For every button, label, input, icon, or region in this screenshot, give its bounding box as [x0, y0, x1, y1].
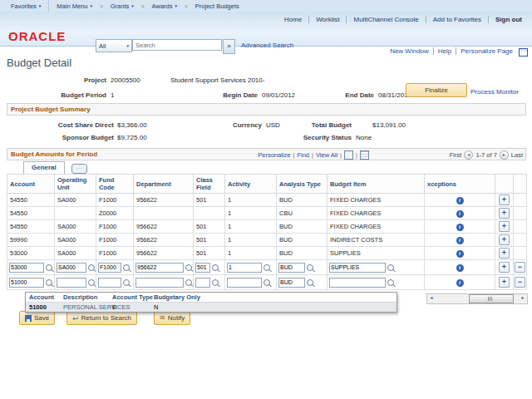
- notify-button[interactable]: ✉ Notify: [154, 311, 190, 325]
- find-link[interactable]: Find: [297, 151, 309, 159]
- finalize-button[interactable]: Finalize: [406, 83, 467, 97]
- delete-row-button[interactable]: −: [515, 277, 525, 288]
- lookup-icon[interactable]: [46, 279, 52, 286]
- lookup-icon[interactable]: [88, 264, 95, 271]
- advanced-search-link[interactable]: Advanced Search: [241, 42, 293, 49]
- header-link-worklist[interactable]: Worklist: [308, 16, 346, 23]
- breadcrumb-item-awards[interactable]: Awards▾: [145, 0, 185, 12]
- budget-item-input[interactable]: [329, 263, 386, 273]
- view-all-link[interactable]: View All: [316, 151, 337, 159]
- add-row-button[interactable]: +: [499, 248, 510, 259]
- budget-item-input[interactable]: [329, 278, 386, 288]
- lookup-icon[interactable]: [46, 264, 52, 271]
- chevron-down-icon: ▾: [131, 3, 134, 8]
- add-row-button[interactable]: +: [499, 262, 510, 273]
- lookup-icon[interactable]: [387, 279, 394, 286]
- class-field-input[interactable]: [195, 278, 210, 288]
- search-input[interactable]: [132, 39, 222, 51]
- fund-code-input[interactable]: [98, 263, 121, 273]
- class-field-cell: 501: [194, 220, 225, 234]
- lookup-icon[interactable]: [307, 279, 313, 286]
- lookup-icon[interactable]: [212, 264, 219, 271]
- operating-unit-input[interactable]: [57, 263, 86, 273]
- breadcrumb-item-main-menu[interactable]: Main Menu▾: [49, 0, 100, 12]
- scroll-right-icon[interactable]: ►: [519, 294, 527, 302]
- account-input[interactable]: [9, 263, 44, 273]
- pager-next-icon[interactable]: ►: [500, 150, 509, 160]
- fund-code-input[interactable]: [98, 278, 121, 288]
- lookup-icon[interactable]: [185, 279, 192, 286]
- grid-horizontal-scrollbar[interactable]: ◄ ►: [426, 293, 528, 304]
- search-go-button[interactable]: »: [223, 39, 235, 54]
- lookup-icon[interactable]: [387, 264, 394, 271]
- breadcrumb-item-project-budgets[interactable]: Project Budgets: [188, 0, 247, 12]
- operating-unit-input[interactable]: [57, 278, 86, 288]
- account-input[interactable]: [9, 278, 44, 288]
- lookup-icon[interactable]: [212, 279, 219, 286]
- col-analysis-type: Analysis Type: [277, 175, 328, 194]
- activity-input[interactable]: [227, 278, 262, 288]
- tab-general[interactable]: General: [23, 161, 65, 174]
- lookup-icon[interactable]: [123, 279, 130, 286]
- pager-prev-icon[interactable]: ◄: [464, 150, 473, 160]
- help-link[interactable]: Help: [433, 47, 456, 55]
- new-window-link[interactable]: New Window: [386, 47, 433, 55]
- save-button[interactable]: Save: [19, 311, 55, 325]
- lookup-icon[interactable]: [123, 264, 130, 271]
- add-row-button[interactable]: +: [499, 234, 510, 245]
- activity-input[interactable]: [227, 263, 262, 273]
- process-monitor-link[interactable]: Process Monitor: [470, 88, 519, 96]
- budget-item-cell: FIXED CHARGES: [328, 207, 425, 220]
- analysis-type-input[interactable]: [278, 278, 305, 288]
- lookup-icon[interactable]: [264, 279, 270, 286]
- table-row: 53000SA000F10009566225011BUDSUPPLIESi+: [7, 247, 527, 260]
- lookup-description[interactable]: PERSONAL SERVICES: [63, 303, 130, 312]
- header-link-home[interactable]: Home: [278, 16, 308, 23]
- sign-out-link[interactable]: Sign out: [488, 16, 529, 23]
- grid-toolbar: Personalize| Find| View All| |: [258, 150, 369, 160]
- exception-info-icon[interactable]: i: [456, 250, 464, 258]
- lookup-icon[interactable]: [88, 279, 95, 286]
- return-to-search-button[interactable]: ↩ Return to Search: [66, 311, 137, 325]
- add-row-button[interactable]: +: [499, 221, 510, 232]
- search-scope-select[interactable]: All ▾: [96, 39, 132, 52]
- add-row-button[interactable]: +: [499, 195, 510, 205]
- exception-info-icon[interactable]: i: [456, 197, 464, 204]
- exception-info-icon[interactable]: i: [456, 279, 464, 287]
- show-all-tabs-icon[interactable]: ···: [71, 164, 87, 174]
- analysis-type-input[interactable]: [278, 263, 305, 273]
- pager-first-label[interactable]: First: [450, 151, 462, 159]
- lookup-budgetary-only: N: [154, 303, 158, 312]
- add-row-button[interactable]: +: [499, 208, 510, 219]
- popout-grid-icon[interactable]: [344, 150, 353, 160]
- lookup-account[interactable]: 51000: [29, 303, 47, 312]
- scrollbar-thumb[interactable]: [469, 294, 514, 303]
- lookup-icon[interactable]: [307, 264, 313, 271]
- exception-info-icon[interactable]: i: [456, 237, 464, 244]
- personalize-link[interactable]: Personalize: [258, 151, 290, 159]
- add-row-button[interactable]: +: [499, 277, 510, 288]
- download-grid-icon[interactable]: [360, 150, 369, 160]
- lookup-icon[interactable]: [185, 264, 192, 271]
- begin-date-value: 09/01/2012: [262, 91, 295, 99]
- class-field-input[interactable]: [195, 263, 210, 273]
- lookup-result-row[interactable]: 51000 PERSONAL SERVICES E N: [26, 303, 397, 312]
- exception-info-icon[interactable]: i: [456, 210, 464, 218]
- breadcrumb-item-grants[interactable]: Grants▾: [103, 0, 141, 12]
- lookup-icon[interactable]: [264, 264, 270, 271]
- department-input[interactable]: [135, 278, 184, 288]
- delete-row-button[interactable]: −: [515, 262, 525, 273]
- header-link-add-to-favorites[interactable]: Add to Favorites: [426, 16, 488, 23]
- exception-info-icon[interactable]: i: [456, 224, 464, 231]
- header-link-multichannel-console[interactable]: MultiChannel Console: [346, 16, 425, 23]
- personalize-page-link[interactable]: Personalize Page: [456, 47, 517, 55]
- grid-section-header: Budget Amounts for Period Personalize| F…: [7, 148, 526, 160]
- department-input[interactable]: [135, 263, 184, 273]
- personalize-layout-icon[interactable]: [519, 48, 528, 57]
- pager-last-label[interactable]: Last: [511, 151, 523, 159]
- breadcrumb-item-favorites[interactable]: Favorites▾: [3, 0, 49, 12]
- exception-info-icon[interactable]: i: [456, 264, 464, 272]
- scroll-left-icon[interactable]: ◄: [427, 294, 436, 302]
- account-lookup-popup: Account Description Account Type Budgeta…: [25, 292, 397, 313]
- department-cell: 956622: [134, 220, 194, 234]
